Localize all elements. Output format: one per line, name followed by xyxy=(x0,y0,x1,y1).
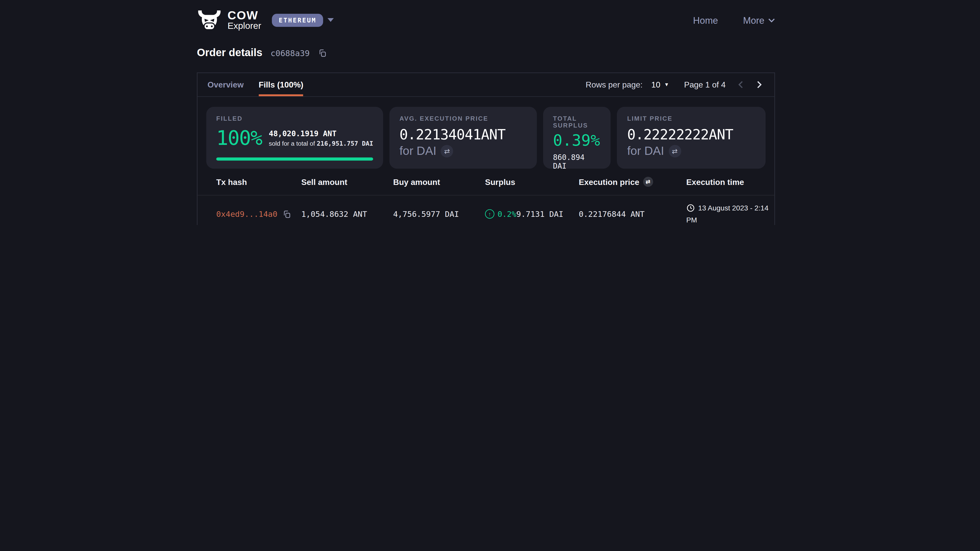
swap-currency-icon[interactable]: ⇄ xyxy=(441,145,453,157)
filled-label: FILLED xyxy=(216,115,373,122)
previous-page-button[interactable] xyxy=(735,79,746,90)
limit-price-unit: for DAI xyxy=(627,144,664,158)
filled-percent: 100% xyxy=(216,126,262,150)
swap-currency-icon[interactable]: ⇄ xyxy=(668,145,681,157)
logo-line1: COW xyxy=(228,10,261,21)
execution-time: 13 August 2023 - 2:14 PM xyxy=(686,202,770,225)
column-execution-price: Execution price ⇄ xyxy=(579,177,686,187)
buy-amount: 4,756.5977 DAI xyxy=(393,210,485,219)
nav-home-label: Home xyxy=(693,15,718,25)
column-buy-amount: Buy amount xyxy=(393,177,485,186)
limit-price-card: LIMIT PRICE 0.22222222ANT for DAI⇄ xyxy=(617,107,765,168)
table-row: 0x4ed9...14a0 1,054.8632 ANT 4,756.5977 … xyxy=(197,195,774,225)
page-indicator: Page 1 of 4 xyxy=(684,80,725,89)
total-surplus-label: TOTAL SURPLUS xyxy=(553,115,601,129)
rows-per-page-value: 10 xyxy=(651,80,660,89)
surplus-up-icon: ↑ xyxy=(485,210,494,219)
invert-price-icon[interactable]: ⇄ xyxy=(643,177,653,187)
pagination: Rows per page: 10 ▼ Page 1 of 4 xyxy=(586,79,764,90)
tabs-row: Overview Fills (100%) Rows per page: 10 … xyxy=(197,73,774,97)
limit-price-label: LIMIT PRICE xyxy=(627,115,756,122)
surplus-cell: ↑ 0.2% 9.7131 DAI xyxy=(485,210,579,219)
limit-price-value: 0.22222222ANT xyxy=(627,126,756,143)
logo[interactable]: COW Explorer xyxy=(197,10,261,30)
execution-price-label: Execution price xyxy=(579,177,639,186)
next-page-button[interactable] xyxy=(754,79,764,90)
tx-hash-cell: 0x4ed9...14a0 xyxy=(216,210,301,219)
page: COW Explorer ETHEREUM Home More Order de… xyxy=(0,0,980,225)
rows-per-page-caret-icon: ▼ xyxy=(664,82,669,87)
nav-more-label: More xyxy=(743,15,764,25)
order-id: c0688a39 xyxy=(270,48,310,58)
page-title-row: Order details c0688a39 xyxy=(197,46,980,60)
avg-price-label: AVG. EXECUTION PRICE xyxy=(399,115,527,122)
chevron-down-icon xyxy=(768,18,775,22)
fill-progress-bar xyxy=(216,157,373,160)
avg-price-value: 0.22134041ANT xyxy=(399,126,527,143)
avg-price-unit: for DAI xyxy=(399,144,436,158)
sold-value: 216,951.757 DAI xyxy=(317,140,373,147)
fills-table-body: 0x4ed9...14a0 1,054.8632 ANT 4,756.5977 … xyxy=(197,195,774,225)
cow-icon xyxy=(197,10,222,30)
column-surplus: Surplus xyxy=(485,177,579,186)
page-title: Order details xyxy=(197,47,262,59)
tab-fills[interactable]: Fills (100%) xyxy=(259,73,303,97)
fills-table-header: Tx hash Sell amount Buy amount Surplus E… xyxy=(197,168,774,195)
logo-text: COW Explorer xyxy=(228,10,261,30)
summary-cards: FILLED 100% 48,020.1919 ANT sold for a t… xyxy=(206,107,765,168)
order-panel: Overview Fills (100%) Rows per page: 10 … xyxy=(197,73,775,225)
column-tx-hash: Tx hash xyxy=(216,177,301,186)
copy-order-id-icon[interactable] xyxy=(318,49,326,57)
logo-line2: Explorer xyxy=(228,21,261,30)
total-surplus-value: 860.894 DAI xyxy=(553,153,601,171)
filled-sold-line: sold for a total of 216,951.757 DAI xyxy=(269,140,373,147)
total-surplus-card: TOTAL SURPLUS 0.39% 860.894 DAI xyxy=(543,107,611,168)
surplus-amount: 9.7131 DAI xyxy=(516,210,563,219)
avg-execution-price-card: AVG. EXECUTION PRICE 0.22134041ANT for D… xyxy=(390,107,537,168)
total-surplus-percent: 0.39% xyxy=(553,131,601,149)
rows-per-page-select[interactable]: 10 ▼ xyxy=(651,80,669,89)
nav-more[interactable]: More xyxy=(743,15,775,25)
tab-overview[interactable]: Overview xyxy=(207,73,244,97)
execution-time-line2: PM xyxy=(686,214,770,225)
clock-icon xyxy=(686,204,695,213)
filled-amount: 48,020.1919 ANT xyxy=(269,129,373,138)
column-sell-amount: Sell amount xyxy=(301,177,393,186)
network-badge[interactable]: ETHEREUM xyxy=(272,14,323,27)
copy-tx-icon[interactable] xyxy=(283,210,291,218)
filled-card: FILLED 100% 48,020.1919 ANT sold for a t… xyxy=(206,107,383,168)
main-nav: Home More xyxy=(693,15,775,25)
tx-hash-link[interactable]: 0x4ed9...14a0 xyxy=(216,210,277,219)
column-execution-time: Execution time xyxy=(686,177,770,186)
sold-prefix: sold for a total of xyxy=(269,140,315,147)
network-caret-icon[interactable] xyxy=(328,18,334,22)
execution-price: 0.22176844 ANT xyxy=(579,210,686,219)
top-bar: COW Explorer ETHEREUM Home More xyxy=(0,0,980,40)
execution-time-line1: 13 August 2023 - 2:14 xyxy=(698,202,769,214)
sell-amount: 1,054.8632 ANT xyxy=(301,210,393,219)
nav-home[interactable]: Home xyxy=(693,15,718,25)
rows-per-page-label: Rows per page: xyxy=(586,80,643,89)
surplus-percent: 0.2% xyxy=(497,210,516,219)
